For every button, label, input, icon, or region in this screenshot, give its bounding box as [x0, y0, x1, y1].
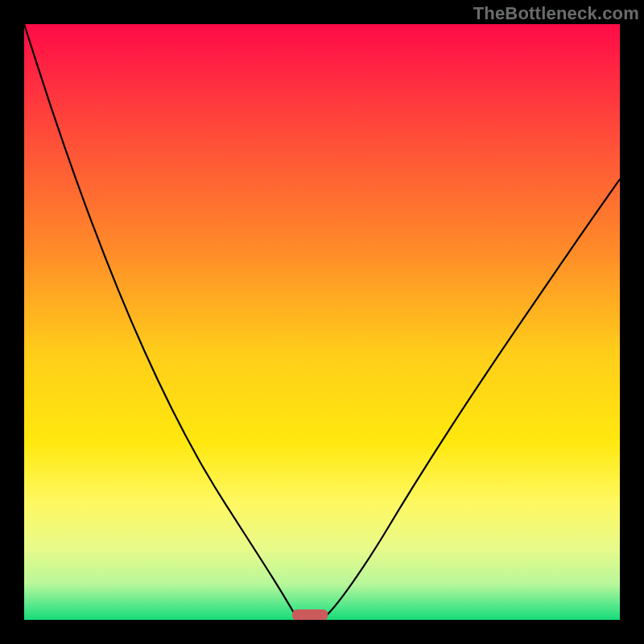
watermark-text: TheBottleneck.com [473, 3, 639, 24]
gradient-background [24, 24, 620, 620]
chart-frame: TheBottleneck.com [0, 0, 644, 644]
optimal-zone-marker [292, 609, 328, 620]
plot-area [24, 24, 620, 620]
chart-svg [24, 24, 620, 620]
